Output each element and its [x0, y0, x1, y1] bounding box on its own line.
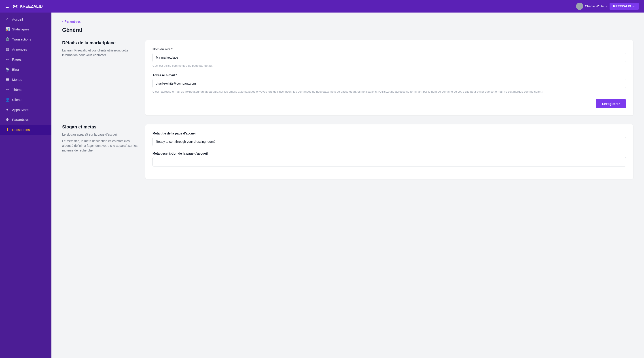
breadcrumb-label: Paramètres: [64, 20, 81, 23]
chart-icon: 📊: [5, 27, 10, 31]
site-name-label: Nom du site *: [152, 48, 626, 51]
sidebar-label-parametres: Paramètres: [12, 118, 30, 122]
logo: KREEZALID: [12, 4, 43, 9]
hamburger-icon[interactable]: ☰: [5, 4, 9, 9]
meta-desc-input[interactable]: [152, 157, 626, 166]
kreezalid-button[interactable]: KREEZALID →: [610, 3, 639, 10]
annonces-icon: ▦: [5, 47, 10, 52]
sidebar-label-clients: Clients: [12, 98, 22, 102]
marketplace-form-card: Nom du site * Ceci est utilisé comme tit…: [145, 40, 633, 115]
breadcrumb-arrow: ‹: [62, 20, 63, 23]
chevron-down-icon: [606, 5, 607, 8]
marketplace-section-left: Détails de la marketplace La team Kreeza…: [62, 40, 138, 115]
marketplace-section: Détails de la marketplace La team Kreeza…: [62, 40, 633, 115]
sidebar-item-statistiques[interactable]: 📊 Statistiques: [0, 24, 52, 34]
sidebar-label-menus: Menus: [12, 78, 22, 82]
sidebar-item-menus[interactable]: ☰ Menus: [0, 75, 52, 85]
sidebar-label-pages: Pages: [12, 58, 22, 61]
sidebar-item-transactions[interactable]: 🏦 Transactions: [0, 34, 52, 44]
site-name-group: Nom du site * Ceci est utilisé comme tit…: [152, 48, 626, 68]
site-name-hint: Ceci est utilisé comme titre de page par…: [152, 64, 626, 68]
site-name-input[interactable]: [152, 53, 626, 62]
slogan-section: Slogan et metas Le slogan apparaît sur l…: [62, 124, 633, 179]
email-group: Adresse e-mail * C'est l'adresse e-mail …: [152, 73, 626, 94]
sidebar-label-statistiques: Statistiques: [12, 27, 30, 31]
slogan-form-card: Meta title de la page d'accueil Meta des…: [145, 124, 633, 179]
sidebar-item-theme[interactable]: ✏ Thème: [0, 85, 52, 95]
meta-title-label: Meta title de la page d'accueil: [152, 132, 626, 135]
email-label: Adresse e-mail *: [152, 73, 626, 77]
form-actions: Enregistrer: [152, 99, 626, 108]
sidebar-label-accueil: Accueil: [12, 18, 23, 21]
sidebar-label-theme: Thème: [12, 88, 22, 92]
sidebar-label-ressources: Ressources: [12, 128, 30, 132]
sidebar-item-pages[interactable]: ✏ Pages: [0, 54, 52, 65]
topnav: ☰ KREEZALID Charlie White KREEZALID →: [0, 0, 644, 13]
menus-icon: ☰: [5, 77, 10, 82]
apps-icon: +: [5, 108, 10, 112]
logo-text: KREEZALID: [20, 4, 43, 9]
email-input[interactable]: [152, 79, 626, 88]
page-title: Général: [62, 27, 633, 33]
save-button[interactable]: Enregistrer: [596, 99, 626, 108]
clients-icon: 👤: [5, 98, 10, 102]
slogan-section-left: Slogan et metas Le slogan apparaît sur l…: [62, 124, 138, 179]
blog-icon: 📡: [5, 67, 10, 72]
layout: ⌂ Accueil 📊 Statistiques 🏦 Transactions …: [0, 13, 644, 358]
avatar: [576, 3, 583, 10]
marketplace-desc: La team Kreezalid et vos clients utilise…: [62, 48, 138, 58]
sidebar: ⌂ Accueil 📊 Statistiques 🏦 Transactions …: [0, 13, 52, 358]
meta-desc-group: Meta description de la page d'accueil: [152, 152, 626, 166]
marketplace-title: Détails de la marketplace: [62, 40, 138, 46]
sidebar-item-blog[interactable]: 📡 Blog: [0, 65, 52, 75]
home-icon: ⌂: [5, 17, 10, 21]
settings-icon: ⚙: [5, 118, 10, 122]
sidebar-label-transactions: Transactions: [12, 37, 31, 41]
sidebar-item-parametres[interactable]: ⚙ Paramètres: [0, 115, 52, 125]
sidebar-label-apps-store: Apps Store: [12, 108, 28, 112]
ressources-icon: ℹ: [5, 128, 10, 132]
meta-desc-label: Meta description de la page d'accueil: [152, 152, 626, 155]
main-content: ‹ Paramètres Général Détails de la marke…: [52, 13, 644, 358]
breadcrumb[interactable]: ‹ Paramètres: [62, 20, 633, 23]
sidebar-label-blog: Blog: [12, 68, 19, 71]
user-name: Charlie White: [585, 5, 604, 8]
transactions-icon: 🏦: [5, 37, 10, 41]
sidebar-label-annonces: Annonces: [12, 48, 27, 51]
email-hint: C'est l'adresse e-mail de l'expéditeur q…: [152, 90, 626, 94]
meta-title-input[interactable]: [152, 137, 626, 146]
pages-icon: ✏: [5, 57, 10, 62]
slogan-desc-2: Le meta title, la meta description et le…: [62, 139, 138, 153]
sidebar-item-annonces[interactable]: ▦ Annonces: [0, 44, 52, 54]
slogan-title: Slogan et metas: [62, 124, 138, 130]
user-menu[interactable]: Charlie White: [576, 3, 607, 10]
sidebar-item-clients[interactable]: 👤 Clients: [0, 95, 52, 105]
meta-title-group: Meta title de la page d'accueil: [152, 132, 626, 146]
sidebar-item-ressources[interactable]: ℹ Ressources: [0, 125, 52, 135]
theme-icon: ✏: [5, 88, 10, 92]
sidebar-item-accueil[interactable]: ⌂ Accueil: [0, 14, 52, 24]
sidebar-item-apps-store[interactable]: + Apps Store: [0, 105, 52, 115]
butterfly-icon: [12, 4, 18, 9]
slogan-desc-1: Le slogan apparaît sur la page d'accueil…: [62, 132, 138, 137]
